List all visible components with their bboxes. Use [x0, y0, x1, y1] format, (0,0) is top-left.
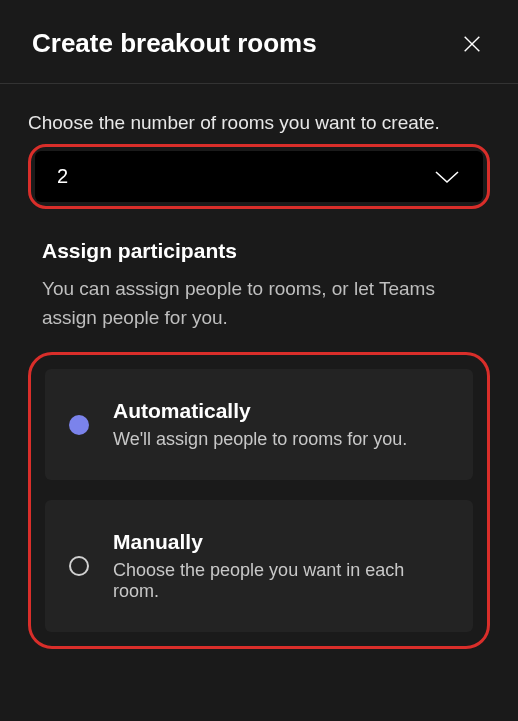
option-text: Manually Choose the people you want in e… [113, 530, 453, 602]
option-auto-desc: We'll assign people to rooms for you. [113, 429, 407, 450]
close-icon [461, 33, 483, 55]
assign-options-highlight: Automatically We'll assign people to roo… [28, 352, 490, 649]
room-count-value: 2 [57, 165, 68, 188]
assign-section-title: Assign participants [42, 239, 490, 263]
option-manual-desc: Choose the people you want in each room. [113, 560, 453, 602]
room-count-prompt: Choose the number of rooms you want to c… [28, 112, 490, 134]
chevron-down-icon [433, 168, 461, 186]
option-manually[interactable]: Manually Choose the people you want in e… [45, 500, 473, 632]
room-count-dropdown[interactable]: 2 [35, 151, 483, 202]
option-text: Automatically We'll assign people to roo… [113, 399, 407, 450]
dialog-title: Create breakout rooms [32, 28, 317, 59]
option-manual-title: Manually [113, 530, 453, 554]
radio-unselected-icon [69, 556, 89, 576]
dialog-content: Choose the number of rooms you want to c… [0, 84, 518, 649]
dialog-header: Create breakout rooms [0, 0, 518, 84]
radio-selected-icon [69, 415, 89, 435]
room-count-highlight: 2 [28, 144, 490, 209]
close-button[interactable] [458, 30, 486, 58]
assign-section-desc: You can asssign people to rooms, or let … [42, 275, 490, 332]
option-automatically[interactable]: Automatically We'll assign people to roo… [45, 369, 473, 480]
option-auto-title: Automatically [113, 399, 407, 423]
